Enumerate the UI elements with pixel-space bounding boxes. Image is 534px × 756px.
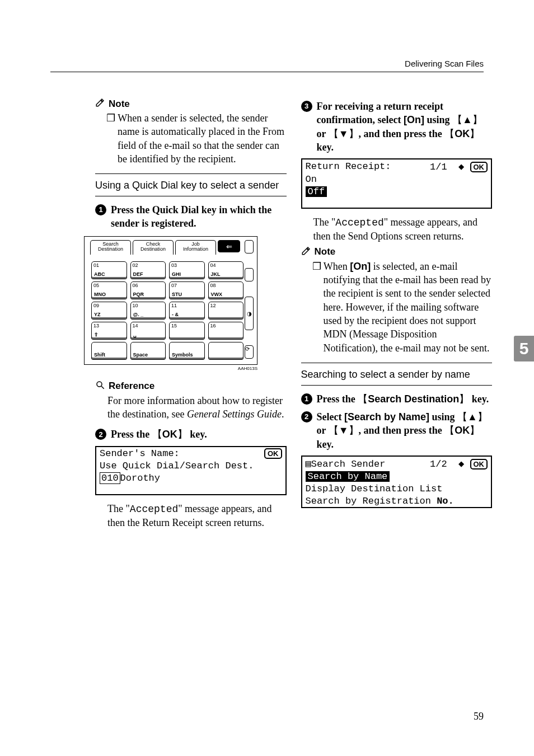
svg-line-1 xyxy=(101,386,104,389)
page-number: 59 xyxy=(474,711,484,722)
list-icon: ▤ xyxy=(306,459,311,469)
step-2: 2 Press the OK key. xyxy=(95,428,287,441)
pad-side-roller: ◑ xyxy=(245,297,254,330)
pad-tab-job: JobInformation xyxy=(175,240,216,255)
lcd-senders-name: Sender's Name: OK Use Quick Dial/Search … xyxy=(95,446,287,495)
svg-point-0 xyxy=(97,382,102,387)
lcd3-display-list: Display Destination List xyxy=(306,483,443,494)
lcd2-title: Return Receipt: xyxy=(306,161,391,172)
magnify-icon xyxy=(95,380,105,393)
down-key: ▼ xyxy=(329,127,359,140)
step-badge-1: 1 xyxy=(95,204,106,215)
step-badge-3: 3 xyxy=(301,101,312,112)
r-step-2: 2 Select [Search by Name] using ▲ or ▼, … xyxy=(301,410,493,451)
lcd2-off-selected: Off xyxy=(306,186,327,197)
lcd3-search-regno: Search by Registration xyxy=(306,496,437,506)
header-rule xyxy=(50,72,484,72)
lcd-return-receipt: Return Receipt: 1/1 ◆ OK On Off xyxy=(301,158,493,209)
pad-tab-search: SearchDestination xyxy=(90,240,131,255)
subhead-search-name: Searching to select a sender by name xyxy=(301,363,493,386)
ok-badge-3: OK xyxy=(470,459,488,469)
pad-back-icon: ⇐ xyxy=(218,240,240,252)
lcd2-on: On xyxy=(306,174,317,185)
lcd1-line2: Use Quick Dial/Search Dest. xyxy=(100,461,254,471)
ok-key-2: OK xyxy=(444,127,480,140)
pad-tab-check: CheckDestination xyxy=(133,240,174,255)
pad-side-mid xyxy=(245,268,254,281)
down-key-2: ▼ xyxy=(329,424,359,437)
step-1: 1 Press the Quick Dial key in which the … xyxy=(95,203,287,231)
up-key-2: ▲ xyxy=(457,410,488,424)
right-column: 3 For receiving a return receipt confirm… xyxy=(301,95,493,532)
r-step-badge-2: 2 xyxy=(301,411,312,422)
pencil-icon-2 xyxy=(301,246,311,259)
step-badge-2: 2 xyxy=(95,429,106,440)
ok-key: OK xyxy=(152,428,188,441)
note-heading: Note xyxy=(95,97,287,110)
updown-icon: ◆ xyxy=(458,162,464,172)
subhead-quick-dial: Using a Quick Dial key to select a sende… xyxy=(95,173,287,196)
page-header: Delivering Scan Files xyxy=(405,59,484,68)
ok-badge-2: OK xyxy=(470,162,488,172)
lcd3-title: Search Sender xyxy=(311,459,386,469)
up-key: ▲ xyxy=(452,113,483,126)
note-body-1: ❒ When a sender is selected, the sender … xyxy=(106,111,287,166)
reference-heading: Reference xyxy=(95,380,287,393)
ok-badge: OK xyxy=(264,448,282,459)
note-heading-2: Note xyxy=(301,246,493,259)
dest-name: Dorothy xyxy=(120,473,160,483)
pad-side-bottom: ⟳ xyxy=(245,345,254,359)
quick-dial-keypad: SearchDestination CheckDestination JobIn… xyxy=(84,236,257,365)
dest-number: 010 xyxy=(100,472,120,484)
note-body-2: ❒ When [On] is selected, an e-mail notif… xyxy=(312,260,493,355)
r-step-badge-1: 1 xyxy=(301,393,312,405)
figure-code: AAH013S xyxy=(84,366,257,371)
lcd3-search-by-name: Search by Name xyxy=(306,471,390,482)
updown-icon-2: ◆ xyxy=(458,459,464,469)
r-step-1: 1 Press the Search Destination key. xyxy=(301,392,493,406)
after-lcd-2: The "Accepted" message appears, and then… xyxy=(313,215,493,243)
chapter-tab: 5 xyxy=(514,336,534,361)
pencil-icon xyxy=(95,97,105,110)
search-destination-key: Search Destination xyxy=(358,392,469,406)
pad-side-top xyxy=(245,240,254,253)
left-column: Note ❒ When a sender is selected, the se… xyxy=(95,95,287,532)
lcd-search-sender: ▤Search Sender 1/2 ◆ OK Search by Name D… xyxy=(301,456,493,508)
reference-body: For more information about how to regist… xyxy=(107,394,287,421)
ok-key-3: OK xyxy=(444,424,480,437)
after-lcd-1: The "Accepted" message appears, and then… xyxy=(107,502,287,530)
step-3: 3 For receiving a return receipt confirm… xyxy=(301,100,493,154)
lcd1-line1: Sender's Name: xyxy=(100,448,180,459)
